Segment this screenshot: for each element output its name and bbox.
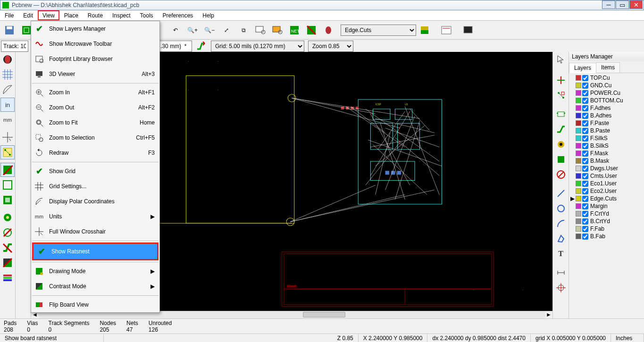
show-grid-icon[interactable] <box>0 67 15 82</box>
layer-row-b-crtyd[interactable]: B.CrtYd <box>570 217 643 225</box>
layer-row-f-adhes[interactable]: F.Adhes <box>570 104 643 112</box>
menu-item-show-layers-manager[interactable]: ✔Show Layers Manager <box>31 21 159 36</box>
layer-row-bottom-cu[interactable]: BOTTOM.Cu <box>570 97 643 104</box>
menu-item-display-polar-coordinates[interactable]: Display Polar Coordinates <box>31 194 159 209</box>
layer-color-swatch[interactable] <box>576 173 581 179</box>
layer-visibility-checkbox[interactable] <box>582 188 588 194</box>
layer-color-swatch[interactable] <box>576 181 581 186</box>
menu-preferences[interactable]: Preferences <box>158 10 198 20</box>
via-size-combo[interactable] <box>158 41 192 52</box>
menu-item-zoom-in[interactable]: Zoom InAlt+F1 <box>31 85 159 100</box>
layer-color-swatch[interactable] <box>576 135 581 141</box>
menu-item-zoom-out[interactable]: Zoom OutAlt+F2 <box>31 100 159 115</box>
layer-color-swatch[interactable] <box>576 120 581 126</box>
layer-row-b-silks[interactable]: B.SilkS <box>570 142 643 150</box>
tab-items[interactable]: Items <box>596 62 620 73</box>
menu-item-show-microwave-toolbar[interactable]: Show Microwave Toolbar <box>31 36 159 51</box>
layer-visibility-checkbox[interactable] <box>582 166 588 172</box>
layer-row-b-fab[interactable]: B.Fab <box>570 233 643 240</box>
tab-layers[interactable]: Layers <box>569 63 596 73</box>
layer-color-swatch[interactable] <box>576 113 581 118</box>
fill-zones-icon[interactable] <box>0 163 15 177</box>
contrast-mode-icon[interactable] <box>0 256 15 270</box>
close-button[interactable]: ✕ <box>629 0 643 9</box>
layer-row-f-mask[interactable]: F.Mask <box>570 150 643 157</box>
layer-visibility-checkbox[interactable] <box>582 90 588 96</box>
layer-row-margin[interactable]: Margin <box>570 202 643 210</box>
menu-item-full-window-crosshair[interactable]: Full Window Crosshair <box>31 224 159 239</box>
menu-item-grid-settings-[interactable]: Grid Settings... <box>31 179 159 194</box>
layer-visibility-checkbox[interactable] <box>582 203 588 209</box>
layer-row-eco1-user[interactable]: Eco1.User <box>570 180 643 187</box>
minimize-button[interactable]: ─ <box>602 0 615 9</box>
via-sketch-icon[interactable] <box>0 225 15 240</box>
crosshair-icon[interactable] <box>0 130 15 144</box>
polar-coords-icon[interactable] <box>0 83 15 97</box>
scripting-icon[interactable] <box>438 22 454 38</box>
layer-visibility-checkbox[interactable] <box>582 218 588 225</box>
add-zone-icon[interactable] <box>554 152 568 167</box>
layer-visibility-checkbox[interactable] <box>582 196 588 202</box>
layer-color-swatch[interactable] <box>576 105 581 111</box>
netlist-icon[interactable]: NET <box>286 22 302 38</box>
find-icon[interactable] <box>252 22 268 38</box>
add-text-icon[interactable]: T <box>554 247 568 261</box>
menu-inspect[interactable]: Inspect <box>108 10 135 20</box>
layer-visibility-checkbox[interactable] <box>582 120 588 126</box>
menu-item-zoom-to-selection[interactable]: Zoom to SelectionCtrl+F5 <box>31 130 159 145</box>
menu-item-units[interactable]: mmUnits▶ <box>31 209 159 224</box>
zoom-fit-icon[interactable]: ⤢ <box>218 22 234 38</box>
route-track-icon[interactable] <box>554 122 568 136</box>
layer-color-swatch[interactable] <box>576 226 581 232</box>
save-icon[interactable] <box>1 22 17 38</box>
menu-item-zoom-to-fit[interactable]: Zoom to FitHome <box>31 115 159 130</box>
layer-select[interactable]: Edge.Cuts <box>341 25 416 36</box>
layer-visibility-checkbox[interactable] <box>582 226 588 232</box>
layer-color-swatch[interactable] <box>576 90 581 96</box>
grid-combo[interactable]: Grid: 5.00 mils (0.1270 mm) <box>211 41 304 52</box>
menu-item-drawing-mode[interactable]: Drawing Mode▶ <box>31 264 159 279</box>
layer-row-cmts-user[interactable]: Cmts.User <box>570 172 643 180</box>
units-mm-icon[interactable]: mm <box>0 113 15 127</box>
zoom-in-icon[interactable]: 🔍+ <box>184 22 201 38</box>
layer-row-b-mask[interactable]: B.Mask <box>570 157 643 165</box>
menu-item-contrast-mode[interactable]: Contrast Mode▶ <box>31 279 159 294</box>
add-dimension-icon[interactable] <box>554 266 568 280</box>
layer-visibility-checkbox[interactable] <box>582 83 588 89</box>
layer-visibility-checkbox[interactable] <box>582 98 588 104</box>
hide-zones-icon[interactable] <box>0 193 15 207</box>
layer-row-edge-cuts[interactable]: ▶Edge.Cuts <box>570 195 643 202</box>
layer-visibility-checkbox[interactable] <box>582 75 588 81</box>
menu-route[interactable]: Route <box>83 10 108 20</box>
pad-sketch-icon[interactable] <box>0 210 15 225</box>
menu-edit[interactable]: Edit <box>18 10 38 20</box>
drc-off-icon[interactable] <box>0 52 15 67</box>
render-mode-icon[interactable] <box>460 22 476 38</box>
menu-item-flip-board-view[interactable]: Flip Board View <box>31 297 159 312</box>
layer-color-swatch[interactable] <box>576 83 581 88</box>
local-ratsnest-icon[interactable] <box>554 88 568 102</box>
layer-visibility-checkbox[interactable] <box>582 158 588 164</box>
layer-color-swatch[interactable] <box>576 166 581 171</box>
drc-icon[interactable] <box>303 22 319 38</box>
layer-color-swatch[interactable] <box>576 158 581 164</box>
add-footprint-icon[interactable] <box>554 107 568 121</box>
layer-row-eco2-user[interactable]: Eco2.User <box>570 187 643 195</box>
layer-visibility-checkbox[interactable] <box>582 113 588 119</box>
menu-item-show-grid[interactable]: ✔Show Grid <box>31 164 159 179</box>
maximize-button[interactable]: ▭ <box>616 0 629 9</box>
layer-visibility-checkbox[interactable] <box>582 128 588 134</box>
layer-row-top-cu[interactable]: TOP.Cu <box>570 74 643 82</box>
layer-row-b-adhes[interactable]: B.Adhes <box>570 112 643 119</box>
layer-color-swatch[interactable] <box>576 150 581 156</box>
layer-color-swatch[interactable] <box>576 143 581 149</box>
draw-line-icon[interactable] <box>554 186 568 200</box>
select-tool-icon[interactable] <box>554 52 568 67</box>
track-sketch-icon[interactable] <box>0 241 15 255</box>
menu-item-show-ratsnest[interactable]: ✔Show Ratsnest <box>32 242 159 260</box>
layer-visibility-checkbox[interactable] <box>582 135 588 142</box>
ratsnest-show-icon[interactable] <box>0 145 15 159</box>
add-via-icon[interactable] <box>554 137 568 151</box>
layer-row-b-paste[interactable]: B.Paste <box>570 127 643 134</box>
place-origin-icon[interactable] <box>554 281 568 295</box>
